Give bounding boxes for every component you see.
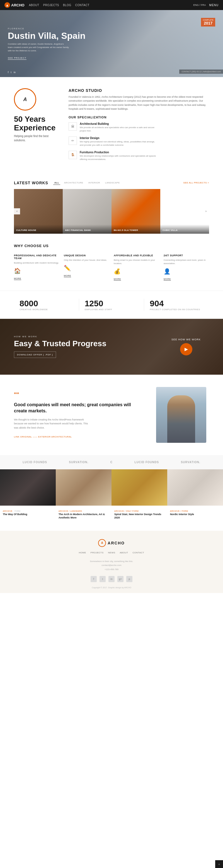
footer-nav-home[interactable]: HOME (79, 551, 86, 554)
why-item-desc-3: Connecting enterprises and more, years i… (163, 258, 209, 265)
studio-years-number: 50 Years (14, 115, 59, 124)
why-item-icon-2: 💰 (114, 268, 159, 275)
why-item-more-0[interactable]: MORE (14, 277, 21, 280)
spec-desc-1: We highly personalized non-identical sit… (80, 140, 158, 147)
why-item-more-1[interactable]: MORE (64, 274, 71, 277)
stat-label-1: EMPLOYEE AND STAFF (85, 308, 139, 311)
hero-cta-button[interactable]: SEE PROJECT (8, 57, 27, 60)
person-silhouette (167, 395, 195, 443)
footer-social-in[interactable]: in (108, 576, 115, 582)
testimonial-right (153, 387, 209, 443)
how-right: SEE HOW WE WORK ▶ (172, 338, 201, 355)
footer-nav-news[interactable]: NEWS (108, 551, 115, 554)
studio-name: ARCHO STUDIO (69, 88, 209, 93)
stat-number-0: 8000 (20, 299, 73, 308)
footer-nav: HOME PROJECTS NEWS ABOUT CONTACT (14, 551, 209, 554)
blog-title-1: The Arch in Modern Architecture, Art & A… (59, 513, 109, 520)
footer-nav-projects[interactable]: PROJECTS (90, 551, 104, 554)
why-item-desc-0: Building architecture with modern techno… (14, 261, 60, 265)
blog-info-3: ARCHIVE / FORM Nordic Interior Style (167, 506, 223, 519)
footer-info-line1: Somewhere in their city, something like … (14, 559, 209, 563)
gallery-caption-0: Culture House (14, 224, 63, 234)
footer-logo-text: ARCHO (108, 541, 124, 545)
spec-title-2: Furnitures Production (80, 151, 158, 154)
stat-label-2: PROJECT COMPLETED ON 68 COUNTRIES (150, 308, 203, 311)
nav-link-contact[interactable]: CONTACT (75, 4, 89, 7)
footer-nav-contact[interactable]: CONTACT (133, 551, 144, 554)
partner-3: LUCID FOUNDS (135, 461, 159, 464)
nav-lang[interactable]: ENG / FRA (193, 4, 206, 6)
why-item-more-3[interactable]: MORE (163, 278, 171, 281)
footer-social-fb[interactable]: f (90, 576, 97, 582)
partner-1: Survation. (69, 461, 88, 464)
blog-cat-1: ARCHIVE / LANDMARK (59, 510, 82, 512)
blog-item-0[interactable]: ARCHIVE FORM The Way Of Building (0, 469, 56, 522)
studio-left: A 50 Years Experience Helping people fin… (14, 88, 59, 161)
why-item-icon-0: 🏠 (14, 268, 60, 274)
nav-link-blog[interactable]: BLOG (63, 4, 71, 7)
footer-social-tw[interactable]: t (100, 576, 106, 582)
stat-number-2: 904 (150, 299, 203, 308)
blog-item-3[interactable]: ARCHIVE / FORM Nordic Interior Style (167, 469, 223, 522)
works-see-all[interactable]: SEE ALL PROJECTS > (183, 182, 209, 184)
how-download-button[interactable]: DOWNLOAD OFFER [ .PDF ] (14, 351, 56, 358)
blog-title-2: Spiral Stair, New Interior Design Trends… (114, 513, 164, 520)
navbar-right: ENG / FRA MENU (193, 4, 219, 7)
blog-item-1[interactable]: ARCHIVE / LANDMARK The Arch in Modern Ar… (56, 469, 112, 522)
nav-menu[interactable]: MENU (209, 4, 219, 7)
nav-link-about[interactable]: ABOUT (29, 4, 39, 7)
blog-title-0: The Way Of Building (3, 513, 53, 516)
gallery-item-0[interactable]: Culture House (14, 189, 63, 234)
blog-item-2[interactable]: ARCHIVE / ONLY FORM Spiral Stair, New In… (112, 469, 167, 522)
hero-title: Dustin Villa, Spain (8, 31, 85, 41)
gallery-item-3[interactable]: Cubic Villa (160, 189, 209, 234)
studio-years-sub: Helping people find the best solutions. (14, 134, 50, 143)
blog-info-2: ARCHIVE / ONLY FORM Spiral Stair, New In… (112, 506, 167, 522)
footer: A ARCHO HOME PROJECTS NEWS ABOUT CONTACT… (0, 531, 223, 593)
gallery-prev-button[interactable]: ‹ (14, 208, 20, 214)
works-filter-landscape[interactable]: LANDSCAPE (104, 181, 121, 185)
spec-desc-0: We provide all architects and specialist… (80, 126, 158, 133)
footer-social-pin[interactable]: p (126, 576, 133, 582)
testimonial-left: ““ Good companies will meet needs; great… (14, 391, 145, 438)
works-filter-arch[interactable]: ARCHITECTURE (63, 181, 84, 185)
why-item-2: AFFORDABLE AND FLEXIBLE Being smart is y… (114, 254, 159, 281)
works-filters: All ARCHITECTURE INTERIOR LANDSCAPE (53, 181, 121, 185)
stat-item-2: 904 PROJECT COMPLETED ON 68 COUNTRIES (144, 299, 209, 311)
footer-info-line3: +123-456-789 (14, 567, 209, 571)
hero-badge-year: 2017 (203, 21, 214, 25)
how-section: HOW WE WORK Easy & Trusted Progress DOWN… (0, 319, 223, 375)
why-item-desc-1: Only the intention of your house. And id… (64, 258, 109, 262)
why-title: WHY CHOOSE US (14, 244, 209, 248)
testimonial-link[interactable]: LINK ORIGINAL —— Exterior Architectural (14, 436, 72, 438)
spec-item-2: 🪑 Furnitures Production We developed str… (69, 151, 209, 161)
person-image (156, 387, 206, 443)
works-filter-interior[interactable]: INTERIOR (87, 181, 101, 185)
gallery-item-2[interactable]: B6-No.5 OLA Tower (112, 189, 160, 234)
hero-social-fb[interactable]: f (8, 71, 9, 74)
works-filter-all[interactable]: All (53, 181, 60, 185)
why-item-more-2[interactable]: MORE (114, 278, 121, 281)
hero-content: FLORENCE Dustin Villa, Spain Combine wit… (0, 21, 94, 66)
nav-logo-text: ARCHO (11, 3, 25, 7)
hero-badge: COMPLETE 2017 (201, 18, 215, 27)
nav-logo[interactable]: ▲ ARCHO (4, 2, 25, 8)
studio-logo-circle: A (14, 88, 36, 111)
spec-title-1: Interior Design (80, 136, 158, 140)
spec-icon-0: 🏛 (69, 122, 77, 131)
why-item-icon-3: 👤 (163, 268, 209, 275)
gallery-next-button[interactable]: › (203, 208, 209, 214)
nav-link-projects[interactable]: PROJECTS (43, 4, 59, 7)
hero-social-tw[interactable]: t (11, 71, 12, 74)
footer-social-gp[interactable]: g+ (117, 576, 123, 582)
studio-desc: Founded in Valencia in 1952, Archo Archi… (69, 95, 209, 111)
footer-logo-icon: A (98, 539, 106, 547)
footer-nav-about[interactable]: ABOUT (120, 551, 128, 554)
blog-cat-2: ARCHIVE / ONLY FORM (114, 510, 139, 512)
hero-social-in[interactable]: in (14, 71, 15, 74)
spec-item-0: 🏛 Architectural Building We provide all … (69, 122, 209, 133)
gallery-item-1[interactable]: ABC Financial Bank (63, 189, 112, 234)
why-item-title-2: AFFORDABLE AND FLEXIBLE (114, 254, 159, 257)
stats-section: 8000 CREATIVE WORLDWIDE 1250 EMPLOYEE AN… (0, 291, 223, 319)
how-play-button[interactable]: ▶ (180, 343, 192, 355)
